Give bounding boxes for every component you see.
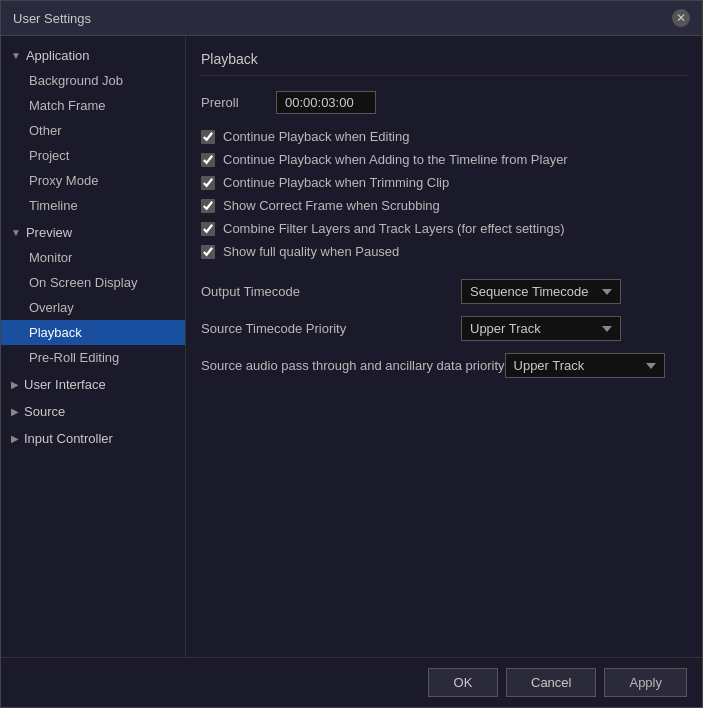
sidebar-item-pre-roll-editing[interactable]: Pre-Roll Editing <box>1 345 185 370</box>
checkbox-continue-trimming[interactable] <box>201 176 215 190</box>
checkbox-label-continue-adding: Continue Playback when Adding to the Tim… <box>223 152 568 167</box>
dropdown-row-source-audio: Source audio pass through and ancillary … <box>201 353 687 378</box>
dropdown-section: Output Timecode Sequence Timecode Upper … <box>201 279 687 378</box>
sidebar-section-application: ▼ Application Background Job Match Frame… <box>1 43 185 218</box>
sidebar-section-input-controller: ▶ Input Controller <box>1 426 185 451</box>
sidebar-item-other[interactable]: Other <box>1 118 185 143</box>
checkbox-row-5: Combine Filter Layers and Track Layers (… <box>201 221 687 236</box>
checkbox-row-3: Continue Playback when Trimming Clip <box>201 175 687 190</box>
footer: OK Cancel Apply <box>1 657 702 707</box>
sidebar-item-timeline[interactable]: Timeline <box>1 193 185 218</box>
chevron-source-icon: ▶ <box>11 406 19 417</box>
sidebar-item-background-job[interactable]: Background Job <box>1 68 185 93</box>
sidebar-section-header-input-controller[interactable]: ▶ Input Controller <box>1 426 185 451</box>
checkbox-row-4: Show Correct Frame when Scrubbing <box>201 198 687 213</box>
apply-button[interactable]: Apply <box>604 668 687 697</box>
sidebar: ▼ Application Background Job Match Frame… <box>1 36 186 657</box>
ok-button[interactable]: OK <box>428 668 498 697</box>
sidebar-section-label-input-controller: Input Controller <box>24 431 113 446</box>
section-title: Playback <box>201 51 687 76</box>
checkbox-label-combine-filter: Combine Filter Layers and Track Layers (… <box>223 221 565 236</box>
checkbox-row-2: Continue Playback when Adding to the Tim… <box>201 152 687 167</box>
dropdown-label-source-timecode: Source Timecode Priority <box>201 321 461 336</box>
preroll-label: Preroll <box>201 95 261 110</box>
dropdown-source-timecode[interactable]: Upper Track Lower Track Sequence Timecod… <box>461 316 621 341</box>
dropdown-output-timecode[interactable]: Sequence Timecode Upper Track Lower Trac… <box>461 279 621 304</box>
sidebar-section-header-application[interactable]: ▼ Application <box>1 43 185 68</box>
checkbox-show-correct-frame[interactable] <box>201 199 215 213</box>
checkbox-label-continue-editing: Continue Playback when Editing <box>223 129 409 144</box>
checkbox-row-1: Continue Playback when Editing <box>201 129 687 144</box>
dialog-title: User Settings <box>13 11 91 26</box>
content-area: Playback Preroll Continue Playback when … <box>186 36 702 657</box>
sidebar-section-header-user-interface[interactable]: ▶ User Interface <box>1 372 185 397</box>
checkbox-row-6: Show full quality when Paused <box>201 244 687 259</box>
chevron-input-controller-icon: ▶ <box>11 433 19 444</box>
checkbox-continue-editing[interactable] <box>201 130 215 144</box>
dropdown-row-source-timecode: Source Timecode Priority Upper Track Low… <box>201 316 687 341</box>
sidebar-section-label-application: Application <box>26 48 90 63</box>
sidebar-section-source: ▶ Source <box>1 399 185 424</box>
sidebar-item-playback[interactable]: Playback <box>1 320 185 345</box>
sidebar-section-preview: ▼ Preview Monitor On Screen Display Over… <box>1 220 185 370</box>
close-button[interactable]: ✕ <box>672 9 690 27</box>
dialog: User Settings ✕ ▼ Application Background… <box>0 0 703 708</box>
chevron-user-interface-icon: ▶ <box>11 379 19 390</box>
sidebar-section-header-source[interactable]: ▶ Source <box>1 399 185 424</box>
sidebar-item-overlay[interactable]: Overlay <box>1 295 185 320</box>
main-content: ▼ Application Background Job Match Frame… <box>1 36 702 657</box>
preroll-input[interactable] <box>276 91 376 114</box>
checkbox-show-full-quality[interactable] <box>201 245 215 259</box>
preroll-row: Preroll <box>201 91 687 114</box>
sidebar-section-user-interface: ▶ User Interface <box>1 372 185 397</box>
checkbox-continue-adding[interactable] <box>201 153 215 167</box>
title-bar: User Settings ✕ <box>1 1 702 36</box>
cancel-button[interactable]: Cancel <box>506 668 596 697</box>
checkbox-label-show-full-quality: Show full quality when Paused <box>223 244 399 259</box>
sidebar-item-on-screen-display[interactable]: On Screen Display <box>1 270 185 295</box>
sidebar-item-proxy-mode[interactable]: Proxy Mode <box>1 168 185 193</box>
sidebar-item-match-frame[interactable]: Match Frame <box>1 93 185 118</box>
dropdown-source-audio[interactable]: Upper Track Lower Track Sequence Timecod… <box>505 353 665 378</box>
checkbox-label-show-correct-frame: Show Correct Frame when Scrubbing <box>223 198 440 213</box>
checkbox-label-continue-trimming: Continue Playback when Trimming Clip <box>223 175 449 190</box>
chevron-application-icon: ▼ <box>11 50 21 61</box>
sidebar-section-label-preview: Preview <box>26 225 72 240</box>
chevron-preview-icon: ▼ <box>11 227 21 238</box>
dropdown-row-output-timecode: Output Timecode Sequence Timecode Upper … <box>201 279 687 304</box>
sidebar-section-label-source: Source <box>24 404 65 419</box>
checkbox-combine-filter[interactable] <box>201 222 215 236</box>
dropdown-label-source-audio: Source audio pass through and ancillary … <box>201 358 505 373</box>
sidebar-section-label-user-interface: User Interface <box>24 377 106 392</box>
sidebar-section-header-preview[interactable]: ▼ Preview <box>1 220 185 245</box>
sidebar-item-project[interactable]: Project <box>1 143 185 168</box>
sidebar-item-monitor[interactable]: Monitor <box>1 245 185 270</box>
dropdown-label-output-timecode: Output Timecode <box>201 284 461 299</box>
